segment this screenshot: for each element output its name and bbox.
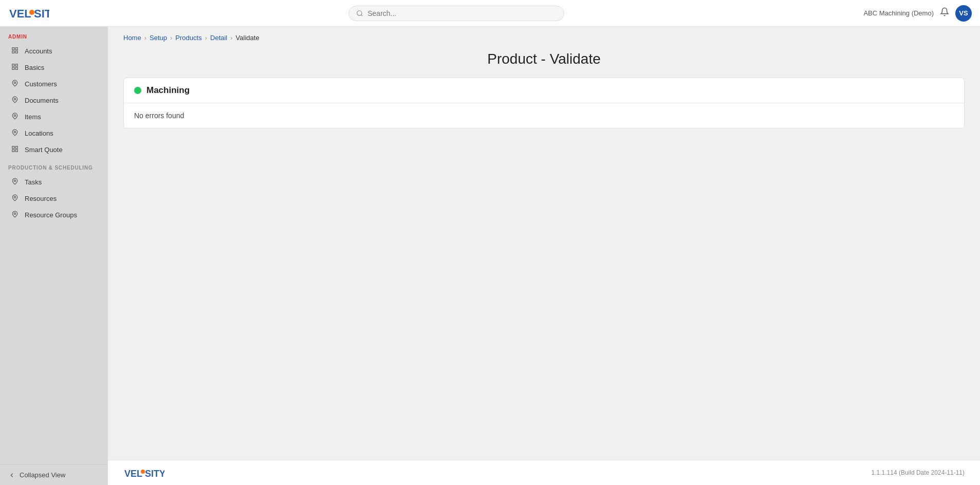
breadcrumb-products[interactable]: Products: [175, 34, 201, 42]
sidebar-item-items[interactable]: Items: [3, 109, 105, 124]
avatar[interactable]: VS: [955, 5, 972, 22]
admin-section-label: ADMIN: [0, 27, 108, 43]
locations-icon: [11, 129, 20, 137]
customers-icon: [11, 80, 20, 88]
svg-rect-5: [15, 48, 17, 50]
svg-point-3: [357, 10, 362, 15]
version-text: 1.1.1.114 (Build Date 2024-11-11): [872, 469, 965, 476]
breadcrumb: Home › Setup › Products › Detail › Valid…: [108, 27, 980, 46]
svg-point-20: [14, 180, 16, 182]
breadcrumb-home[interactable]: Home: [123, 34, 141, 42]
sidebar-item-basics[interactable]: Basics: [3, 60, 105, 75]
svg-point-22: [14, 213, 16, 215]
validate-card-body: No errors found: [124, 103, 964, 128]
app-header: VEL SITY ABC Machining (Demo) VS: [0, 0, 980, 27]
sidebar-item-resources[interactable]: Resources: [3, 191, 105, 206]
main-content: Home › Setup › Products › Detail › Valid…: [108, 27, 980, 485]
svg-rect-17: [15, 146, 17, 148]
documents-icon: [11, 96, 20, 104]
sidebar-item-resource-groups[interactable]: Resource Groups: [3, 207, 105, 222]
breadcrumb-sep-1: ›: [144, 34, 146, 42]
svg-point-12: [14, 82, 16, 84]
svg-point-15: [14, 131, 16, 133]
product-name: Machining: [146, 85, 190, 96]
breadcrumb-setup[interactable]: Setup: [150, 34, 167, 42]
breadcrumb-detail[interactable]: Detail: [210, 34, 227, 42]
search-input[interactable]: [367, 9, 557, 17]
validate-card: Machining No errors found: [123, 78, 965, 128]
breadcrumb-sep-3: ›: [205, 34, 207, 42]
company-name: ABC Machining (Demo): [863, 9, 934, 17]
main-layout: ADMIN Accounts Basics Cus: [0, 27, 980, 485]
resource-groups-label: Resource Groups: [25, 211, 77, 219]
notification-bell-icon[interactable]: [940, 7, 949, 19]
svg-rect-7: [12, 51, 14, 53]
content-area: Machining No errors found: [108, 78, 980, 460]
sidebar-item-smart-quote[interactable]: Smart Quote: [3, 142, 105, 157]
page-footer: VEL SITY 1.1.1.114 (Build Date 2024-11-1…: [108, 460, 980, 485]
sidebar: ADMIN Accounts Basics Cus: [0, 27, 108, 485]
basics-icon: [11, 63, 20, 71]
basics-label: Basics: [25, 64, 44, 71]
svg-rect-19: [12, 150, 14, 152]
locations-label: Locations: [25, 129, 53, 137]
svg-text:SITY: SITY: [34, 7, 49, 20]
production-section-label: PRODUCTION & SCHEDULING: [0, 158, 108, 174]
no-errors-text: No errors found: [134, 111, 954, 120]
customers-label: Customers: [25, 80, 57, 88]
status-active-dot: [134, 87, 141, 94]
items-icon: [11, 113, 20, 121]
svg-point-24: [141, 470, 145, 474]
svg-text:SITY: SITY: [145, 469, 164, 479]
svg-point-13: [14, 98, 16, 100]
validate-card-header: Machining: [124, 78, 964, 103]
breadcrumb-current: Validate: [236, 34, 260, 42]
svg-rect-16: [12, 146, 14, 148]
resource-groups-icon: [11, 211, 20, 219]
sidebar-item-accounts[interactable]: Accounts: [3, 43, 105, 59]
accounts-label: Accounts: [25, 47, 52, 55]
collapse-icon: [8, 472, 15, 479]
sidebar-item-documents[interactable]: Documents: [3, 92, 105, 108]
footer-logo: VEL SITY: [123, 465, 164, 480]
svg-rect-11: [12, 67, 14, 69]
accounts-icon: [11, 47, 20, 55]
breadcrumb-sep-4: ›: [230, 34, 232, 42]
svg-point-14: [14, 115, 16, 117]
svg-text:VEL: VEL: [9, 7, 31, 20]
items-label: Items: [25, 113, 41, 121]
sidebar-item-tasks[interactable]: Tasks: [3, 174, 105, 190]
sidebar-item-locations[interactable]: Locations: [3, 125, 105, 141]
search-icon: [356, 10, 363, 17]
logo: VEL SITY: [8, 5, 49, 22]
tasks-icon: [11, 178, 20, 186]
search-bar[interactable]: [348, 6, 564, 21]
collapsed-view-label: Collapsed View: [20, 471, 65, 479]
svg-rect-10: [15, 67, 17, 69]
svg-point-21: [14, 196, 16, 198]
documents-label: Documents: [25, 97, 59, 104]
collapsed-view-button[interactable]: Collapsed View: [0, 464, 108, 485]
smart-quote-label: Smart Quote: [25, 146, 63, 154]
svg-rect-8: [12, 64, 14, 66]
svg-rect-9: [15, 64, 17, 66]
resources-icon: [11, 194, 20, 202]
svg-text:VEL: VEL: [124, 469, 142, 479]
smart-quote-icon: [11, 145, 20, 154]
resources-label: Resources: [25, 195, 57, 202]
svg-rect-4: [12, 48, 14, 50]
sidebar-item-customers[interactable]: Customers: [3, 76, 105, 91]
breadcrumb-sep-2: ›: [170, 34, 172, 42]
svg-rect-18: [15, 150, 17, 152]
header-right: ABC Machining (Demo) VS: [863, 5, 972, 22]
svg-rect-6: [15, 51, 17, 53]
page-title: Product - Validate: [108, 46, 980, 78]
tasks-label: Tasks: [25, 178, 42, 186]
